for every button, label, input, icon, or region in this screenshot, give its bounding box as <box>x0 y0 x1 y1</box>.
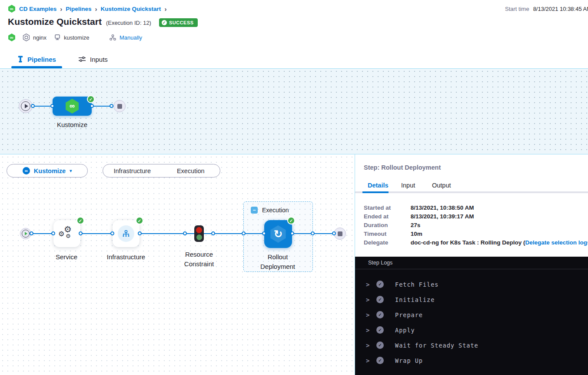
tab-pipelines[interactable]: Pipelines <box>17 50 56 68</box>
connector-dot <box>31 104 35 108</box>
connector-dot <box>211 231 215 235</box>
log-section-wait-for-steady-state[interactable]: > ✓ Wait for Steady State <box>355 341 588 350</box>
stage-selector-label: Kustomize <box>34 167 66 174</box>
log-check-icon: ✓ <box>376 342 384 349</box>
detail-value: 8/13/2021, 10:39:17 AM <box>411 213 474 220</box>
chevron-down-icon: ▾ <box>70 168 72 173</box>
step-label-resource-constraint: Resource Constraint <box>175 250 223 269</box>
detail-label: Duration <box>364 222 409 228</box>
log-check-icon: ✓ <box>376 326 384 334</box>
tab-input[interactable]: Input <box>401 182 415 191</box>
detail-value: 27s <box>411 222 421 228</box>
toggle-infrastructure[interactable]: Infrastructure <box>103 167 162 174</box>
execution-group-header: − Execution <box>251 207 289 214</box>
connector-dot <box>290 231 294 235</box>
step-node-infrastructure[interactable] <box>113 220 140 247</box>
log-section-prepare[interactable]: > ✓ Prepare <box>355 311 588 320</box>
harness-execution-page: ∞ CD Examples › Pipelines › Kustomize Qu… <box>0 0 588 375</box>
service-name: nginx <box>33 34 47 41</box>
tab-inputs-label: Inputs <box>90 56 108 63</box>
connector-dot <box>262 231 266 235</box>
log-section-label: Apply <box>395 327 415 334</box>
start-time-value: 8/13/2021 10:38:45 AM <box>533 6 588 12</box>
step-panel-title: Step: Rollout Deployment <box>364 164 441 171</box>
connector-dot <box>90 104 94 108</box>
inputs-icon <box>78 56 86 62</box>
toggle-execution[interactable]: Execution <box>162 167 220 174</box>
breadcrumb-cd-examples[interactable]: CD Examples <box>19 6 56 12</box>
delegate-value: doc-cd-ng for K8s Task : Rolling Deploy … <box>411 239 525 246</box>
breadcrumb-pipelines[interactable]: Pipelines <box>66 6 91 12</box>
expand-chevron-icon: > <box>366 311 369 318</box>
detail-label: Ended at <box>364 213 409 220</box>
step-node-rollout-deployment[interactable]: ↻ <box>264 220 292 248</box>
play-icon <box>22 230 30 238</box>
detail-row-ended: Ended at 8/13/2021, 10:39:17 AM <box>364 213 474 220</box>
detail-row-duration: Duration 27s <box>364 222 420 228</box>
log-section-apply[interactable]: > ✓ Apply <box>355 326 588 335</box>
log-section-label: Wrap Up <box>395 357 423 364</box>
detail-label: Delegate <box>364 239 409 246</box>
pipeline-end-node[interactable] <box>113 100 126 112</box>
step-details-panel: Step: Rollout Deployment Details Input O… <box>355 154 588 375</box>
success-check-icon: ✓ <box>76 217 84 224</box>
execution-group-label: Execution <box>262 207 289 214</box>
step-panel-tabs: Details Input Output <box>355 178 588 193</box>
start-time: Start time 8/13/2021 10:38:45 AM <box>505 6 588 12</box>
detail-row-started: Started at 8/13/2021, 10:38:50 AM <box>364 204 474 211</box>
trigger-icon <box>109 34 116 41</box>
environment-icon <box>54 34 61 41</box>
tab-details[interactable]: Details <box>368 182 389 191</box>
stop-icon <box>117 104 122 109</box>
pipelines-icon <box>17 56 23 63</box>
delegate-selection-logs-link[interactable]: Delegate selection logs <box>525 239 588 246</box>
connector-dot <box>311 231 315 235</box>
success-check-icon: ✓ <box>136 217 143 224</box>
chevron-right-icon: › <box>164 5 166 13</box>
connector-dot <box>110 231 114 235</box>
chevron-right-icon: › <box>95 5 97 13</box>
log-section-fetch-files[interactable]: > ✓ Fetch Files <box>355 280 588 289</box>
connector-dot <box>242 231 246 235</box>
trigger-link[interactable]: Manually <box>120 34 142 41</box>
stage-label: Kustomize <box>53 120 92 130</box>
expand-chevron-icon: > <box>366 281 369 288</box>
connector-dot <box>30 231 33 235</box>
status-badge-label: SUCCESS <box>169 20 194 25</box>
service-meta: nginx <box>23 33 47 42</box>
step-label-infrastructure: Infrastructure <box>100 252 152 262</box>
view-toggle: Infrastructure Execution <box>103 164 220 177</box>
log-check-icon: ✓ <box>376 357 384 364</box>
collapse-icon[interactable]: − <box>251 207 258 214</box>
step-node-resource-constraint[interactable] <box>194 225 204 242</box>
connector-dot <box>138 231 142 235</box>
log-section-label: Fetch Files <box>395 281 439 288</box>
step-logs-title: Step Logs <box>368 260 392 266</box>
log-check-icon: ✓ <box>376 311 384 318</box>
success-check-icon: ✓ <box>287 217 295 224</box>
step-node-service[interactable]: ⚙ ⚙ ⚙ <box>53 220 80 247</box>
log-section-label: Initialize <box>395 296 435 303</box>
detail-value: 8/13/2021, 10:38:50 AM <box>411 204 474 211</box>
connector-dot <box>51 231 55 235</box>
service-icon <box>23 33 30 41</box>
step-label-service: Service <box>47 252 86 262</box>
log-check-icon: ✓ <box>376 281 384 288</box>
main-tabbar: Pipelines Inputs <box>0 50 588 69</box>
stage-node-kustomize[interactable]: ∞ <box>53 97 92 116</box>
log-section-label: Prepare <box>395 311 423 318</box>
rollout-icon: ↻ <box>269 225 287 243</box>
log-section-wrap-up[interactable]: > ✓ Wrap Up <box>355 356 588 365</box>
tab-output[interactable]: Output <box>432 182 451 191</box>
detail-label: Timeout <box>364 231 409 237</box>
traffic-green-light <box>196 234 202 240</box>
service-gears-icon: ⚙ ⚙ ⚙ <box>59 226 75 241</box>
execution-id: (Execution ID: 12) <box>106 20 151 26</box>
detail-row-timeout: Timeout 10m <box>364 231 422 237</box>
cd-stage-icon: ∞ <box>23 167 30 174</box>
tab-inputs[interactable]: Inputs <box>78 50 108 68</box>
trigger-meta: Manually <box>109 33 142 42</box>
log-section-initialize[interactable]: > ✓ Initialize <box>355 295 588 305</box>
stage-selector[interactable]: ∞ Kustomize ▾ <box>7 164 88 177</box>
breadcrumb-kustomize-quickstart[interactable]: Kustomize Quickstart <box>101 6 161 12</box>
